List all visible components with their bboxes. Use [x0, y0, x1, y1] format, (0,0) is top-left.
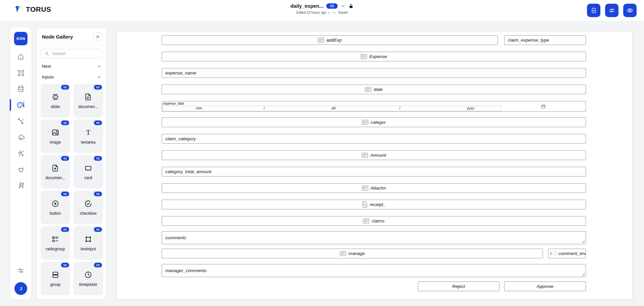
field-label: expense_name — [165, 70, 196, 75]
field-label: Attachn — [371, 186, 386, 191]
node-card-document-upload[interactable]: v1 documen... — [41, 155, 70, 189]
sidebar-item-ai[interactable] — [16, 149, 25, 158]
preview-button[interactable] — [623, 4, 637, 17]
top-bar: TORUS daily_expen... v1 Edited 23 hours … — [0, 0, 644, 21]
date-year-segment[interactable]: yyyy — [467, 106, 474, 110]
date-month-segment[interactable]: mm — [196, 106, 202, 110]
node-card-timepicker[interactable]: v1 timepicker — [73, 262, 103, 295]
field-label: date — [374, 87, 382, 92]
field-add-exp[interactable]: addExp — [162, 35, 498, 45]
field-category[interactable]: categor — [162, 117, 586, 127]
field-date[interactable]: date — [162, 85, 586, 94]
sidebar-item-settings[interactable] — [16, 266, 25, 275]
search-input[interactable] — [52, 51, 99, 56]
node-card-textarea[interactable]: v1 T textarea — [73, 119, 103, 153]
field-label: categor — [371, 120, 386, 125]
list-icon — [318, 38, 324, 43]
node-card-group[interactable]: v1 group — [41, 262, 70, 295]
card-icon — [84, 164, 93, 172]
app-name: TORUS — [26, 5, 51, 13]
field-attachment[interactable]: Attachn — [162, 183, 586, 193]
node-card-slider[interactable]: v1 slider — [41, 84, 70, 117]
list-icon — [361, 54, 367, 59]
field-comment-enable[interactable]: i comment_enab — [548, 249, 586, 258]
form-actions: Reject Approve — [162, 282, 586, 291]
field-expense-date[interactable]: expense_date mm / dd / yyyy — [162, 101, 586, 112]
node-card-image[interactable]: v1 image — [41, 119, 70, 153]
form-row: addExp claim_expense_type — [162, 35, 586, 45]
field-label: comment_enab — [558, 251, 586, 256]
date-day-segment[interactable]: dd — [331, 106, 335, 110]
user-avatar[interactable]: J — [14, 282, 27, 295]
sidebar-item-cloud-code[interactable] — [16, 133, 25, 142]
field-label: category_total_amount — [165, 169, 211, 174]
slider-icon — [51, 93, 60, 101]
section-inputs[interactable]: Inputs — [37, 72, 106, 83]
sidebar-item-market[interactable] — [16, 165, 25, 174]
resize-handle-icon[interactable] — [582, 273, 585, 276]
field-category-total-amount[interactable]: category_total_amount — [162, 167, 586, 176]
field-expense-name[interactable]: expense_name — [162, 68, 586, 78]
version-badge: v1 — [94, 120, 102, 125]
database-icon — [17, 85, 25, 93]
sidebar-item-home[interactable] — [16, 52, 25, 61]
chevron-down-icon[interactable] — [340, 4, 345, 8]
node-card-checkbox[interactable]: v1 checkbox — [73, 191, 103, 224]
version-badge: v1 — [94, 85, 102, 90]
unlock-icon[interactable] — [348, 3, 354, 9]
upload-file-button[interactable] — [587, 4, 600, 17]
node-card-label: group — [50, 282, 61, 287]
section-next[interactable]: Next — [37, 60, 106, 72]
version-badge[interactable]: v1 — [326, 3, 337, 9]
sidebar-item-database[interactable] — [16, 85, 25, 93]
resize-handle-icon[interactable] — [582, 240, 585, 243]
sidebar-item-flow[interactable] — [16, 117, 25, 125]
flow-settings-button[interactable] — [605, 4, 619, 17]
node-card-document[interactable]: v1 documen... — [73, 84, 103, 117]
node-card-button[interactable]: v1 button — [41, 191, 70, 224]
checkbox-icon — [84, 199, 93, 208]
api-icon: API — [17, 69, 25, 77]
timepicker-icon — [84, 270, 93, 279]
node-card-card[interactable]: v1 card — [73, 155, 103, 189]
approve-button[interactable]: Approve — [504, 282, 586, 291]
field-label: addExp — [326, 38, 342, 43]
field-claims[interactable]: claims — [162, 216, 586, 226]
node-card-label: textinput — [80, 247, 96, 251]
node-search[interactable] — [41, 49, 102, 58]
date-separator: / — [399, 106, 400, 110]
reject-button[interactable]: Reject — [418, 282, 499, 291]
node-card-label: textarea — [81, 140, 95, 145]
workspace-badge[interactable]: KON — [14, 32, 28, 45]
sidebar-item-r-logo[interactable]: R — [16, 181, 25, 190]
search-icon — [44, 51, 49, 56]
chevron-up-icon — [97, 75, 102, 80]
field-receipt[interactable]: receipt_ — [162, 200, 586, 209]
field-manager[interactable]: manage — [162, 249, 543, 258]
field-label: receipt_ — [370, 202, 386, 207]
sidebar-item-design[interactable] — [16, 101, 25, 109]
radio-circle-icon[interactable] — [553, 251, 557, 256]
version-badge: v1 — [61, 120, 69, 125]
button-icon — [51, 199, 60, 208]
list-icon — [365, 87, 371, 92]
node-card-radiogroup[interactable]: v1 radiogroup — [41, 226, 70, 260]
field-comments[interactable]: comments — [162, 231, 586, 244]
svg-text:T: T — [86, 129, 91, 136]
node-card-label: documen... — [78, 104, 98, 109]
node-card-textinput[interactable]: v1 textinput — [73, 226, 103, 260]
list-icon — [362, 153, 368, 158]
upload-file-icon — [590, 7, 597, 14]
field-claim-expense-type[interactable]: claim_expense_type — [504, 35, 586, 45]
image-icon — [51, 128, 60, 137]
calendar-icon[interactable] — [541, 104, 545, 108]
field-claim-category[interactable]: claim_category — [162, 134, 586, 144]
design-canvas[interactable]: addExp claim_expense_type Expense expens… — [116, 31, 633, 300]
field-amount[interactable]: Amount — [162, 150, 586, 160]
collapse-panel-button[interactable] — [94, 32, 102, 41]
field-expense[interactable]: Expense — [162, 52, 586, 61]
list-icon — [340, 251, 346, 256]
sidebar-item-api[interactable]: API — [16, 68, 25, 77]
field-manager-comments[interactable]: manager_comments — [162, 264, 586, 277]
field-label: manager_comments — [165, 268, 207, 273]
